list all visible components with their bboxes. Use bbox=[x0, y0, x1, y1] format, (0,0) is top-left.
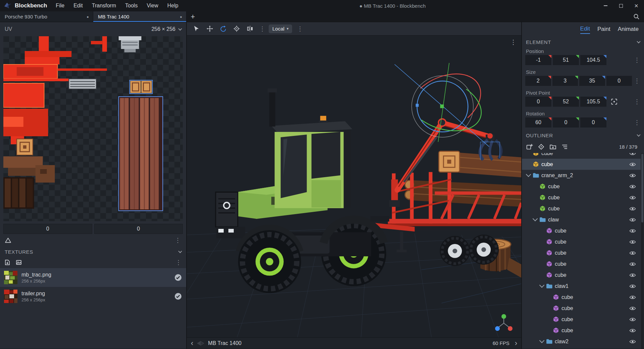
transform-space-dropdown[interactable]: Local ▾ bbox=[269, 24, 292, 33]
rotation-z-input[interactable]: 0 bbox=[580, 117, 606, 128]
outliner-row[interactable]: cube bbox=[522, 325, 641, 336]
eye-icon[interactable] bbox=[629, 240, 636, 244]
triangle-tool-icon[interactable] bbox=[5, 237, 11, 243]
eye-icon[interactable] bbox=[629, 153, 636, 156]
outliner-row[interactable]: cube bbox=[522, 192, 641, 203]
tab-edit[interactable]: Edit bbox=[580, 26, 590, 34]
pivot-y-input[interactable]: 52 bbox=[553, 97, 579, 107]
select-tool-button[interactable] bbox=[191, 23, 202, 34]
outliner-row[interactable]: cube bbox=[522, 247, 641, 258]
texture-enabled-check-icon[interactable] bbox=[174, 292, 182, 300]
size-y-input[interactable]: 3 bbox=[552, 76, 578, 86]
chevron-down-icon[interactable] bbox=[533, 216, 538, 221]
eye-icon[interactable] bbox=[629, 184, 636, 189]
menu-edit[interactable]: Edit bbox=[73, 3, 83, 9]
search-button[interactable] bbox=[629, 11, 644, 22]
tab-porsche-930-turbo[interactable]: Porsche 930 Turbo ● bbox=[0, 11, 93, 22]
menu-view[interactable]: View bbox=[147, 3, 158, 9]
textures-header[interactable]: TEXTURES bbox=[0, 247, 186, 257]
eye-icon[interactable] bbox=[629, 173, 636, 178]
eye-icon[interactable] bbox=[629, 206, 636, 211]
outliner-row[interactable]: cube bbox=[522, 269, 641, 281]
textures-menu-kebab-icon[interactable]: ⋮ bbox=[175, 259, 182, 265]
position-z-input[interactable]: 104.5 bbox=[580, 55, 606, 65]
outliner-row[interactable]: cube bbox=[522, 303, 641, 314]
size-inflate-input[interactable]: 0 bbox=[606, 76, 632, 86]
uv-resolution-dropdown[interactable]: 256 × 256 bbox=[151, 26, 181, 32]
position-y-input[interactable]: 51 bbox=[553, 55, 579, 65]
outliner-view-icon[interactable] bbox=[561, 143, 568, 150]
close-button[interactable]: × bbox=[629, 0, 644, 11]
tab-mb-trac-1400[interactable]: MB Trac 1400 ● bbox=[93, 11, 186, 22]
menu-tools[interactable]: Tools bbox=[125, 3, 138, 9]
viewport-kebab-icon[interactable]: ⋮ bbox=[510, 38, 517, 46]
add-cube-icon[interactable] bbox=[526, 143, 533, 150]
eye-icon[interactable] bbox=[629, 339, 636, 344]
add-mesh-icon[interactable] bbox=[538, 143, 545, 150]
create-texture-icon[interactable] bbox=[15, 259, 22, 266]
menu-file[interactable]: File bbox=[56, 3, 64, 9]
eye-icon[interactable] bbox=[629, 284, 636, 289]
eye-icon[interactable] bbox=[629, 306, 636, 311]
uv-y-input[interactable]: 0 bbox=[94, 224, 183, 234]
eye-icon[interactable] bbox=[629, 295, 636, 300]
outliner-row[interactable]: claw1 bbox=[522, 281, 641, 292]
eye-icon[interactable] bbox=[629, 217, 636, 222]
toolbar-kebab-icon[interactable]: ⋮ bbox=[259, 26, 266, 32]
new-tab-button[interactable]: + bbox=[186, 11, 199, 22]
outliner-row[interactable]: cube bbox=[522, 181, 641, 192]
rotation-y-input[interactable]: 0 bbox=[553, 117, 579, 128]
element-header[interactable]: ELEMENT bbox=[525, 37, 641, 47]
viewport-canvas[interactable]: ⋮ bbox=[187, 36, 521, 337]
outliner-row[interactable]: cube bbox=[522, 159, 641, 170]
mirror-tool-button[interactable] bbox=[245, 23, 255, 34]
outliner-row[interactable]: cube bbox=[522, 292, 641, 303]
row-kebab-icon[interactable]: ⋮ bbox=[633, 57, 641, 63]
pivot-tool-button[interactable] bbox=[231, 23, 242, 34]
outliner-row[interactable]: cube bbox=[522, 258, 641, 269]
uv-editor-canvas[interactable] bbox=[3, 36, 183, 221]
axes-gizmo[interactable] bbox=[493, 313, 515, 333]
chevron-down-icon[interactable] bbox=[539, 338, 545, 343]
unsaved-dot-icon[interactable]: ● bbox=[83, 15, 89, 19]
row-kebab-icon[interactable]: ⋮ bbox=[633, 119, 641, 126]
outliner-row[interactable]: cube bbox=[522, 203, 641, 214]
menu-transform[interactable]: Transform bbox=[92, 3, 116, 9]
texture-row-mb-trac[interactable]: mb_trac.png 256 x 256px bbox=[0, 268, 186, 287]
eye-icon[interactable] bbox=[629, 262, 636, 266]
size-z-input[interactable]: 35 bbox=[579, 76, 605, 86]
add-group-icon[interactable] bbox=[549, 143, 556, 150]
eye-icon[interactable] bbox=[629, 195, 636, 200]
outliner-row[interactable]: cube bbox=[522, 236, 641, 247]
size-x-input[interactable]: 2 bbox=[525, 76, 551, 86]
unsaved-dot-icon[interactable]: ● bbox=[176, 15, 182, 19]
pivot-x-input[interactable]: 0 bbox=[525, 97, 551, 107]
maximize-button[interactable] bbox=[613, 0, 629, 11]
outliner-row[interactable]: cube bbox=[522, 225, 641, 236]
eye-icon[interactable] bbox=[629, 317, 636, 322]
next-chevron-icon[interactable]: › bbox=[515, 340, 517, 347]
prev-chevron-icon[interactable]: ‹ bbox=[191, 340, 193, 347]
rotate-tool-button[interactable] bbox=[218, 23, 228, 34]
scrollbar-thumb[interactable] bbox=[641, 154, 643, 222]
center-pivot-button[interactable] bbox=[609, 97, 619, 107]
eye-icon[interactable] bbox=[629, 229, 636, 233]
outliner-row[interactable]: claw bbox=[522, 214, 641, 225]
row-kebab-icon[interactable]: ⋮ bbox=[633, 99, 641, 105]
minimize-button[interactable] bbox=[598, 0, 613, 11]
uv-x-input[interactable]: 0 bbox=[3, 224, 92, 234]
toolbar-kebab-icon[interactable]: ⋮ bbox=[296, 26, 304, 32]
outliner-header[interactable]: OUTLINER bbox=[525, 130, 641, 140]
import-texture-icon[interactable] bbox=[4, 259, 11, 266]
tab-animate[interactable]: Animate bbox=[618, 26, 639, 34]
outliner-row[interactable]: claw2 bbox=[522, 336, 641, 347]
chevron-down-icon[interactable] bbox=[526, 172, 531, 177]
menu-help[interactable]: Help bbox=[167, 3, 178, 9]
texture-enabled-check-icon[interactable] bbox=[174, 273, 182, 282]
eye-icon[interactable] bbox=[629, 328, 636, 333]
pivot-z-input[interactable]: 105.5 bbox=[580, 97, 606, 107]
eye-icon[interactable] bbox=[629, 251, 636, 255]
uv-menu-kebab-icon[interactable]: ⋮ bbox=[174, 237, 181, 243]
tab-paint[interactable]: Paint bbox=[597, 26, 610, 34]
rotation-x-input[interactable]: 60 bbox=[525, 117, 551, 128]
